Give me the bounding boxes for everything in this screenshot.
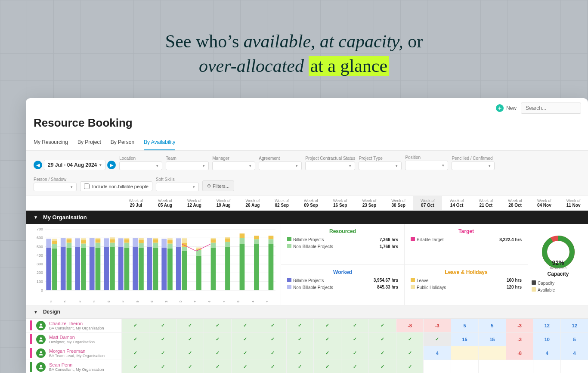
availability-cell[interactable]: 4 [423, 346, 451, 360]
availability-cell[interactable] [121, 360, 149, 373]
availability-cell[interactable] [423, 360, 451, 373]
availability-cell[interactable]: 4 [533, 346, 560, 360]
availability-cell[interactable] [341, 319, 368, 332]
date-next-button[interactable]: ▶ [107, 161, 116, 169]
week-column[interactable]: Week of30 Sep [384, 196, 413, 210]
availability-cell[interactable] [259, 333, 286, 346]
availability-cell[interactable] [396, 360, 424, 373]
availability-cell[interactable] [313, 319, 341, 332]
person-info[interactable]: Charlize TheronBA Consultant, My Organis… [26, 319, 121, 332]
availability-cell[interactable]: -8 [506, 346, 533, 360]
availability-cell[interactable] [313, 333, 341, 346]
availability-cell[interactable] [149, 360, 176, 373]
week-column[interactable]: Week of19 Aug [209, 196, 238, 210]
availability-cell[interactable] [259, 360, 286, 373]
availability-cell[interactable] [451, 360, 478, 373]
availability-cell[interactable] [204, 333, 231, 346]
availability-cell[interactable] [368, 360, 396, 373]
availability-cell[interactable] [259, 346, 286, 360]
availability-cell[interactable] [121, 346, 149, 360]
week-column[interactable]: Week of16 Sep [325, 196, 355, 210]
availability-cell[interactable]: -3 [506, 333, 533, 346]
availability-cell[interactable] [204, 346, 231, 360]
manager-filter[interactable]: ▾ [212, 162, 255, 170]
agreement-filter[interactable]: ▾ [259, 162, 302, 170]
availability-cell[interactable] [341, 333, 368, 346]
availability-cell[interactable]: 12 [533, 319, 560, 332]
location-filter[interactable]: ▾ [119, 162, 162, 170]
week-column[interactable]: Week of21 Oct [471, 196, 501, 210]
week-column[interactable]: Week of11 Nov [559, 196, 588, 210]
week-column[interactable]: Week of07 Oct [413, 196, 443, 210]
availability-cell[interactable]: 12 [560, 319, 588, 332]
person-info[interactable]: Sean PennBA Consultant, My Organisation [26, 360, 121, 373]
team-group-header[interactable]: ▼ Design [26, 305, 588, 319]
availability-cell[interactable] [231, 333, 259, 346]
new-button[interactable]: + New [496, 104, 517, 112]
tab-by-availability[interactable]: By Availability [144, 136, 175, 150]
ptype-filter[interactable]: ▾ [359, 162, 402, 170]
week-column[interactable]: Week of09 Sep [297, 196, 326, 210]
availability-cell[interactable]: 15 [451, 333, 478, 346]
week-column[interactable]: Week of04 Nov [530, 196, 559, 210]
tab-by-person[interactable]: By Person [111, 136, 134, 150]
position-filter[interactable]: -▾ [405, 161, 448, 170]
week-column[interactable]: Week of28 Oct [501, 196, 530, 210]
availability-cell[interactable]: -8 [396, 319, 424, 332]
week-column[interactable]: Week of14 Oct [442, 196, 471, 210]
pcs-filter[interactable]: ▾ [305, 162, 355, 170]
availability-cell[interactable] [506, 360, 533, 373]
availability-cell[interactable] [286, 360, 314, 373]
availability-cell[interactable] [176, 346, 204, 360]
tab-my-resourcing[interactable]: My Resourcing [34, 136, 68, 150]
availability-cell[interactable] [313, 346, 341, 360]
availability-cell[interactable] [478, 346, 506, 360]
availability-cell[interactable] [396, 333, 424, 346]
week-column[interactable]: Week of02 Sep [267, 196, 297, 210]
availability-cell[interactable] [313, 360, 341, 373]
date-prev-button[interactable]: ◀ [34, 161, 42, 169]
include-nonbillable-checkbox[interactable]: Include non-billable people [80, 181, 152, 191]
availability-cell[interactable]: 5 [451, 319, 478, 332]
availability-cell[interactable] [286, 333, 314, 346]
availability-cell[interactable] [341, 346, 368, 360]
team-filter[interactable]: ▾ [166, 162, 209, 170]
availability-cell[interactable] [451, 346, 478, 360]
availability-cell[interactable]: 4 [560, 346, 588, 360]
week-column[interactable]: Week of05 Aug [151, 196, 180, 210]
availability-cell[interactable] [533, 360, 560, 373]
availability-cell[interactable] [149, 319, 176, 332]
more-filters-button[interactable]: ⊕ Filters... [202, 180, 234, 191]
availability-cell[interactable]: 5 [560, 333, 588, 346]
availability-cell[interactable]: 5 [478, 319, 506, 332]
include-nonbillable-input[interactable] [84, 183, 90, 189]
availability-cell[interactable] [423, 333, 451, 346]
availability-cell[interactable] [204, 319, 231, 332]
soft-skills-filter[interactable]: ▾ [156, 183, 199, 191]
availability-cell[interactable] [231, 360, 259, 373]
availability-cell[interactable] [368, 346, 396, 360]
org-group-header[interactable]: ▼ My Organisation [26, 211, 588, 224]
availability-cell[interactable]: 10 [533, 333, 560, 346]
availability-cell[interactable] [121, 333, 149, 346]
week-column[interactable]: Week of23 Sep [355, 196, 384, 210]
availability-cell[interactable] [396, 346, 424, 360]
week-column[interactable]: Week of29 Jul [121, 196, 151, 210]
availability-cell[interactable] [368, 319, 396, 332]
availability-cell[interactable] [478, 360, 506, 373]
person-info[interactable]: Morgan FreemanBA Team Lead, My Organisat… [26, 346, 121, 360]
week-column[interactable]: Week of12 Aug [180, 196, 209, 210]
availability-cell[interactable]: 15 [478, 333, 506, 346]
date-range-select[interactable]: 29 Jul - 04 Aug 2024 ▾ [44, 160, 105, 170]
availability-cell[interactable] [368, 333, 396, 346]
availability-cell[interactable]: -3 [423, 319, 451, 332]
availability-cell[interactable] [259, 319, 286, 332]
availability-cell[interactable] [149, 346, 176, 360]
availability-cell[interactable] [341, 360, 368, 373]
availability-cell[interactable] [121, 319, 149, 332]
person-shadow-filter[interactable]: ▾ [34, 183, 77, 191]
week-column[interactable]: Week of26 Aug [238, 196, 267, 210]
pencilled-filter[interactable]: ▾ [452, 162, 495, 170]
search-input[interactable] [521, 103, 581, 114]
availability-cell[interactable] [560, 360, 588, 373]
